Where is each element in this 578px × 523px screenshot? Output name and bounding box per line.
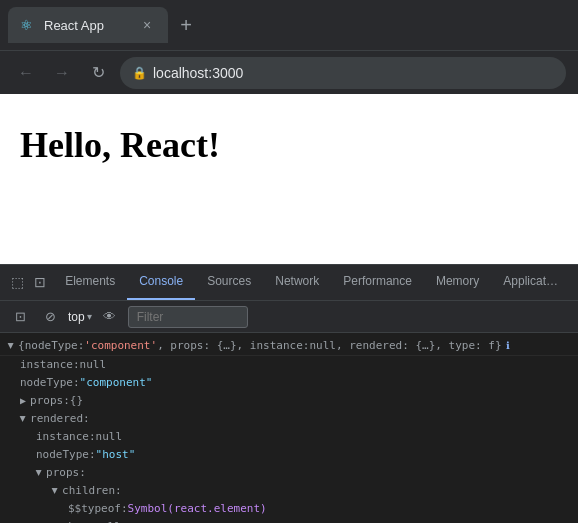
reload-button[interactable]: ↻ (84, 59, 112, 87)
console-value: {} (70, 393, 83, 409)
tab-memory[interactable]: Memory (424, 265, 491, 300)
tab-sources[interactable]: Sources (195, 265, 263, 300)
console-value: Symbol(react.element) (128, 501, 267, 517)
tab-performance[interactable]: Performance (331, 265, 424, 300)
console-sidebar-icon[interactable]: ⊡ (8, 305, 32, 329)
info-icon: ℹ (506, 338, 510, 354)
address-bar[interactable]: 🔒 localhost:3000 (120, 57, 566, 89)
expand-arrow-icon: ▶ (20, 393, 26, 409)
tab-application[interactable]: Applicat… (491, 265, 570, 300)
console-value: null (80, 357, 107, 373)
list-item: key: null (0, 518, 578, 523)
console-value: null (95, 519, 122, 523)
webpage-content: Hello, React! (0, 94, 578, 264)
page-heading: Hello, React! (20, 124, 220, 166)
list-item[interactable]: ▶ children: (0, 482, 578, 500)
console-value: null (96, 429, 123, 445)
devtools-device-icon[interactable]: ⊡ (31, 268, 50, 296)
tab-title: React App (44, 18, 130, 33)
expand-arrow-icon: ▶ (15, 416, 31, 422)
list-item[interactable]: ▶ {nodeType: 'component', props: {…}, in… (0, 337, 578, 356)
new-tab-button[interactable]: + (172, 11, 200, 39)
list-item[interactable]: ▶ props: (0, 464, 578, 482)
address-text: localhost:3000 (153, 65, 243, 81)
list-item: nodeType: "host" (0, 446, 578, 464)
console-text: { (18, 338, 25, 354)
devtools-toolbar: ⊡ ⊘ top ▾ 👁 (0, 301, 578, 333)
console-value: "host" (96, 447, 136, 463)
console-output: ▶ {nodeType: 'component', props: {…}, in… (0, 333, 578, 523)
console-key: instance: (20, 357, 80, 373)
forward-button[interactable]: → (48, 59, 76, 87)
tab-close-button[interactable]: × (138, 16, 156, 34)
dropdown-arrow-icon: ▾ (87, 311, 92, 322)
console-key: props: (46, 465, 86, 481)
eye-icon[interactable]: 👁 (98, 305, 122, 329)
tab-elements[interactable]: Elements (53, 265, 127, 300)
console-key: children: (62, 483, 122, 499)
tab-bar: ⚛ React App × + (8, 0, 570, 50)
devtools-panel: ⬚ ⊡ Elements Console Sources Network Per… (0, 264, 578, 523)
tab-network[interactable]: Network (263, 265, 331, 300)
console-key: instance: (36, 429, 96, 445)
devtools-inspect-icon[interactable]: ⬚ (8, 268, 27, 296)
active-tab[interactable]: ⚛ React App × (8, 7, 168, 43)
expand-arrow-icon: ▶ (31, 470, 47, 476)
tab-console[interactable]: Console (127, 265, 195, 300)
console-key: rendered: (30, 411, 90, 427)
list-item: instance: null (0, 356, 578, 374)
list-item: nodeType: "component" (0, 374, 578, 392)
console-value: "component" (80, 375, 153, 391)
back-button[interactable]: ← (12, 59, 40, 87)
context-label: top (68, 310, 85, 324)
list-item: instance: null (0, 428, 578, 446)
list-item[interactable]: ▶ props: {} (0, 392, 578, 410)
console-key: props: (30, 393, 70, 409)
console-key: nodeType: (20, 375, 80, 391)
browser-chrome: ⚛ React App × + (0, 0, 578, 50)
navigation-bar: ← → ↻ 🔒 localhost:3000 (0, 50, 578, 94)
console-key: $$typeof: (68, 501, 128, 517)
context-dropdown[interactable]: top ▾ (68, 310, 92, 324)
expand-arrow-icon: ▶ (3, 343, 19, 349)
console-key: key: (68, 519, 95, 523)
list-item: $$typeof: Symbol(react.element) (0, 500, 578, 518)
filter-input[interactable] (128, 306, 248, 328)
clear-console-icon[interactable]: ⊘ (38, 305, 62, 329)
lock-icon: 🔒 (132, 66, 147, 80)
list-item[interactable]: ▶ rendered: (0, 410, 578, 428)
tab-favicon-icon: ⚛ (20, 17, 36, 33)
expand-arrow-icon: ▶ (47, 488, 63, 494)
devtools-tabs: ⬚ ⊡ Elements Console Sources Network Per… (0, 265, 578, 301)
console-key: nodeType: (36, 447, 96, 463)
